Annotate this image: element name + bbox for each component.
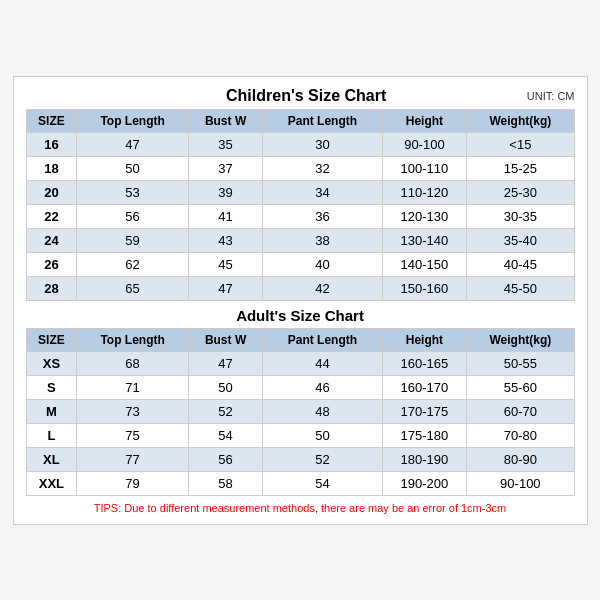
adults-col-bust-w: Bust W [188, 328, 262, 351]
table-cell: 28 [26, 276, 77, 300]
table-row: 24594338130-14035-40 [26, 228, 574, 252]
table-cell: 160-170 [382, 375, 467, 399]
table-cell: 56 [77, 204, 189, 228]
table-cell: 52 [188, 399, 262, 423]
table-cell: 38 [263, 228, 382, 252]
table-cell: 16 [26, 132, 77, 156]
table-cell: 40 [263, 252, 382, 276]
table-cell: 39 [188, 180, 262, 204]
table-cell: 47 [188, 276, 262, 300]
table-row: 22564136120-13030-35 [26, 204, 574, 228]
table-cell: 47 [188, 351, 262, 375]
table-row: XS684744160-16550-55 [26, 351, 574, 375]
table-cell: 47 [77, 132, 189, 156]
table-cell: 110-120 [382, 180, 467, 204]
children-header-row: SIZE Top Length Bust W Pant Length Heigh… [26, 109, 574, 132]
table-cell: 130-140 [382, 228, 467, 252]
table-cell: 18 [26, 156, 77, 180]
table-cell: XXL [26, 471, 77, 495]
table-cell: 100-110 [382, 156, 467, 180]
adults-col-pant-length: Pant Length [263, 328, 382, 351]
table-cell: 24 [26, 228, 77, 252]
table-cell: 45 [188, 252, 262, 276]
table-row: 20533934110-12025-30 [26, 180, 574, 204]
table-cell: 15-25 [467, 156, 574, 180]
size-chart-container: Children's Size Chart UNIT: CM SIZE Top … [13, 76, 588, 525]
table-cell: 45-50 [467, 276, 574, 300]
table-cell: 50-55 [467, 351, 574, 375]
table-cell: 60-70 [467, 399, 574, 423]
table-row: L755450175-18070-80 [26, 423, 574, 447]
table-row: 18503732100-11015-25 [26, 156, 574, 180]
table-cell: 70-80 [467, 423, 574, 447]
table-cell: 50 [263, 423, 382, 447]
adults-table: SIZE Top Length Bust W Pant Length Heigh… [26, 328, 575, 496]
table-row: XXL795854190-20090-100 [26, 471, 574, 495]
adults-table-header: SIZE Top Length Bust W Pant Length Heigh… [26, 328, 574, 351]
adults-col-weight: Weight(kg) [467, 328, 574, 351]
table-cell: 26 [26, 252, 77, 276]
table-cell: 140-150 [382, 252, 467, 276]
table-cell: 59 [77, 228, 189, 252]
adults-col-top-length: Top Length [77, 328, 189, 351]
chart-title: Children's Size Chart [86, 87, 527, 105]
table-row: 1647353090-100<15 [26, 132, 574, 156]
table-row: M735248170-17560-70 [26, 399, 574, 423]
adults-col-size: SIZE [26, 328, 77, 351]
table-cell: 80-90 [467, 447, 574, 471]
tips-text: TIPS: Due to different measurement metho… [26, 502, 575, 514]
children-col-bust-w: Bust W [188, 109, 262, 132]
table-cell: 55-60 [467, 375, 574, 399]
table-cell: 58 [188, 471, 262, 495]
table-cell: 35 [188, 132, 262, 156]
table-cell: 20 [26, 180, 77, 204]
table-cell: 160-165 [382, 351, 467, 375]
table-cell: 120-130 [382, 204, 467, 228]
table-cell: M [26, 399, 77, 423]
table-cell: 30-35 [467, 204, 574, 228]
table-cell: XL [26, 447, 77, 471]
table-cell: 62 [77, 252, 189, 276]
table-cell: 32 [263, 156, 382, 180]
table-cell: L [26, 423, 77, 447]
adults-col-height: Height [382, 328, 467, 351]
table-cell: 25-30 [467, 180, 574, 204]
table-cell: 170-175 [382, 399, 467, 423]
table-cell: 56 [188, 447, 262, 471]
table-cell: 48 [263, 399, 382, 423]
adults-header-row: SIZE Top Length Bust W Pant Length Heigh… [26, 328, 574, 351]
table-cell: 52 [263, 447, 382, 471]
table-cell: 42 [263, 276, 382, 300]
table-cell: 43 [188, 228, 262, 252]
children-col-top-length: Top Length [77, 109, 189, 132]
table-cell: 22 [26, 204, 77, 228]
children-col-pant-length: Pant Length [263, 109, 382, 132]
children-col-weight: Weight(kg) [467, 109, 574, 132]
children-col-size: SIZE [26, 109, 77, 132]
table-cell: 54 [263, 471, 382, 495]
children-table: SIZE Top Length Bust W Pant Length Heigh… [26, 109, 575, 301]
table-cell: 75 [77, 423, 189, 447]
table-cell: 150-160 [382, 276, 467, 300]
table-cell: 40-45 [467, 252, 574, 276]
table-cell: 37 [188, 156, 262, 180]
unit-label: UNIT: CM [527, 90, 575, 102]
table-cell: 65 [77, 276, 189, 300]
table-cell: 54 [188, 423, 262, 447]
table-cell: 44 [263, 351, 382, 375]
table-cell: 90-100 [382, 132, 467, 156]
children-table-header: SIZE Top Length Bust W Pant Length Heigh… [26, 109, 574, 132]
table-cell: 50 [77, 156, 189, 180]
table-cell: XS [26, 351, 77, 375]
table-cell: 90-100 [467, 471, 574, 495]
table-row: S715046160-17055-60 [26, 375, 574, 399]
table-cell: 50 [188, 375, 262, 399]
table-cell: <15 [467, 132, 574, 156]
table-cell: 71 [77, 375, 189, 399]
children-table-body: 1647353090-100<1518503732100-11015-25205… [26, 132, 574, 300]
table-row: 28654742150-16045-50 [26, 276, 574, 300]
table-cell: 68 [77, 351, 189, 375]
table-cell: 73 [77, 399, 189, 423]
children-col-height: Height [382, 109, 467, 132]
table-cell: 30 [263, 132, 382, 156]
